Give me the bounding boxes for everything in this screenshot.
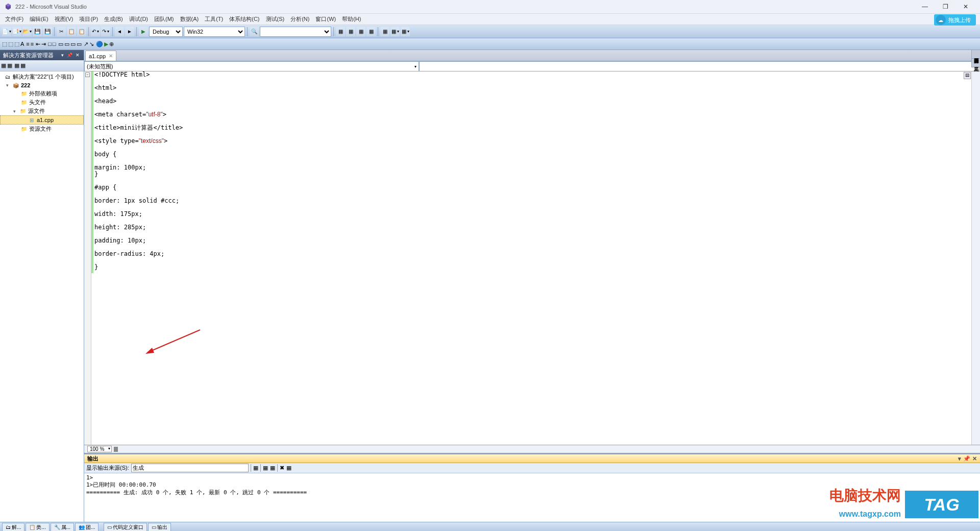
tab-close-icon[interactable]: ✕ <box>109 53 113 59</box>
tb2-5[interactable]: ≡ <box>26 41 29 47</box>
tb-misc-1[interactable]: ▦ <box>336 27 345 36</box>
find-combo[interactable] <box>260 27 331 37</box>
menu-debug[interactable]: 调试(D) <box>126 14 151 24</box>
tb2-2[interactable]: ⬚ <box>8 41 13 47</box>
cut-button[interactable]: ✂ <box>57 27 66 36</box>
out-btn-2[interactable]: ▦ <box>263 465 268 471</box>
tree-folder-external[interactable]: 📁 外部依赖项 <box>0 89 84 98</box>
nav-back-button[interactable]: ◄ <box>115 27 124 36</box>
expand-arrow-icon[interactable]: ▾ <box>6 83 12 88</box>
expand-arrow-icon[interactable]: ▾ <box>13 109 19 114</box>
btab-codedef[interactable]: ▭ 代码定义窗口 <box>104 523 147 532</box>
undo-button[interactable]: ↶ <box>91 27 100 36</box>
cloud-upload-button[interactable]: ☁ 拖拽上传 <box>934 14 976 26</box>
output-dropdown-icon[interactable]: ▾ <box>958 455 961 462</box>
output-close-icon[interactable]: ✕ <box>972 455 977 462</box>
panel-close-icon[interactable]: ✕ <box>75 53 81 58</box>
btab-solution[interactable]: 🗂 解... <box>2 523 24 532</box>
tb2-8[interactable]: ⇥ <box>41 41 46 47</box>
tb2-6[interactable]: ≡ <box>31 41 34 47</box>
code-text[interactable]: <!DOCTYPE html> <html> <head> <meta char… <box>93 71 971 445</box>
btab-output[interactable]: ▭ 输出 <box>148 523 171 532</box>
paste-button[interactable]: 📋 <box>77 27 86 36</box>
start-debug-button[interactable]: ▶ <box>139 27 148 36</box>
out-btn-3[interactable]: ▦ <box>270 465 275 471</box>
vertical-scrollbar[interactable] <box>971 71 980 445</box>
menu-help[interactable]: 帮助(H) <box>339 14 364 24</box>
panel-pin-icon[interactable]: 📌 <box>66 53 74 58</box>
se-btn-1[interactable]: ▦ <box>1 62 6 69</box>
se-btn-3[interactable]: ▦ <box>14 62 19 69</box>
btab-prop[interactable]: 🔧 属... <box>51 523 74 532</box>
menu-window[interactable]: 窗口(W) <box>312 14 339 24</box>
close-button[interactable]: ✕ <box>955 1 976 12</box>
tb2-4[interactable]: A <box>20 41 24 47</box>
output-header[interactable]: 输出 ▾ 📌 ✕ <box>84 454 980 463</box>
tb2-10[interactable]: □ <box>53 41 56 47</box>
tb2-9[interactable]: □ <box>48 41 52 47</box>
tb-misc-3[interactable]: ▦ <box>356 27 365 36</box>
tree-file-a1cpp[interactable]: ⊞ a1.cpp <box>0 115 84 125</box>
menu-view[interactable]: 视图(V) <box>52 14 77 24</box>
menu-build[interactable]: 生成(B) <box>101 14 126 24</box>
out-btn-4[interactable]: ✖ <box>280 465 284 471</box>
out-btn-5[interactable]: ▦ <box>286 465 291 471</box>
tb2-13[interactable]: ▭ <box>70 41 76 47</box>
save-all-button[interactable]: 💾 <box>43 27 52 36</box>
server-explorer-tab[interactable]: 服务器资源管理器 <box>972 50 980 59</box>
output-source-combo[interactable]: 生成 <box>131 464 249 472</box>
tree-folder-header[interactable]: 📁 头文件 <box>0 98 84 107</box>
tree-folder-resource[interactable]: 📁 资源文件 <box>0 125 84 133</box>
out-btn-1[interactable]: ▦ <box>253 465 258 471</box>
tree-solution[interactable]: 🗂 解决方案"222"(1 个项目) <box>0 73 84 81</box>
find-button[interactable]: 🔍 <box>250 27 259 36</box>
menu-arch[interactable]: 体系结构(C) <box>226 14 262 24</box>
save-button[interactable]: 💾 <box>33 27 42 36</box>
menu-team[interactable]: 团队(M) <box>151 14 177 24</box>
menu-project[interactable]: 项目(P) <box>76 14 101 24</box>
tb2-17[interactable]: 🔵 <box>96 41 103 47</box>
solution-explorer-header[interactable]: 解决方案资源管理器 ▾ 📌 ✕ <box>0 50 84 60</box>
tb2-14[interactable]: ▭ <box>77 41 82 47</box>
config-combo[interactable]: Debug <box>149 27 183 37</box>
panel-dropdown-icon[interactable]: ▾ <box>60 53 65 58</box>
split-view-icon[interactable]: ▤ <box>964 72 971 79</box>
tb-misc-5[interactable]: ▦ <box>380 27 389 36</box>
tb-misc-2[interactable]: ▦ <box>346 27 355 36</box>
tb2-15[interactable]: ↗ <box>84 41 88 47</box>
tb2-1[interactable]: ⬚ <box>2 41 7 47</box>
menu-tools[interactable]: 工具(T) <box>202 14 226 24</box>
maximize-button[interactable]: ❐ <box>935 1 955 12</box>
tree-project[interactable]: ▾ 📦 222 <box>0 81 84 89</box>
tb2-12[interactable]: ▭ <box>64 41 69 47</box>
menu-edit[interactable]: 编辑(E) <box>27 14 52 24</box>
menu-test[interactable]: 测试(S) <box>263 14 288 24</box>
tb-misc-6[interactable]: ▦ <box>390 27 400 36</box>
tb-misc-7[interactable]: ▦ <box>401 27 410 36</box>
tb2-3[interactable]: ⬚ <box>14 41 19 47</box>
output-pin-icon[interactable]: 📌 <box>963 455 970 462</box>
redo-button[interactable]: ↷ <box>101 27 110 36</box>
menu-analyze[interactable]: 分析(N) <box>287 14 312 24</box>
tb2-19[interactable]: ⊕ <box>109 41 114 47</box>
tb2-11[interactable]: ▭ <box>58 41 63 47</box>
btab-class[interactable]: 📋 类... <box>26 523 49 532</box>
add-item-button[interactable]: 📑 <box>12 27 21 36</box>
outline-collapse-icon[interactable]: − <box>85 73 90 77</box>
copy-button[interactable]: 📋 <box>67 27 76 36</box>
tab-a1cpp[interactable]: a1.cpp ✕ <box>85 51 116 61</box>
open-button[interactable]: 📂 <box>22 27 32 36</box>
new-project-button[interactable]: 📄 <box>2 27 11 36</box>
menu-file[interactable]: 文件(F) <box>2 14 27 24</box>
platform-combo[interactable]: Win32 <box>184 27 245 37</box>
tb2-18[interactable]: ▶ <box>104 41 108 47</box>
menu-data[interactable]: 数据(A) <box>177 14 202 24</box>
solution-tree[interactable]: 🗂 解决方案"222"(1 个项目) ▾ 📦 222 📁 外部依赖项 📁 头文件 <box>0 71 84 522</box>
code-editor[interactable]: − <!DOCTYPE html> <html> <head> <meta ch… <box>84 71 980 445</box>
tb-misc-4[interactable]: ▦ <box>366 27 376 36</box>
btab-team[interactable]: 👥 团... <box>75 523 99 532</box>
toolbox-tab[interactable]: 工具箱 <box>972 59 980 67</box>
tree-folder-source[interactable]: ▾ 📁 源文件 <box>0 107 84 115</box>
tb2-7[interactable]: ⇤ <box>36 41 40 47</box>
tb2-16[interactable]: ↘ <box>89 41 94 47</box>
